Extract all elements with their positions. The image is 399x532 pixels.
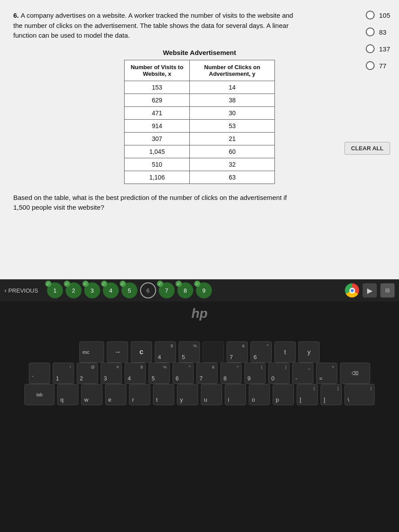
key-backspace[interactable]: ⌫ [340,363,370,384]
cell-visits: 153 [125,81,190,94]
nav-num-2[interactable]: ✓2 [66,282,82,298]
col1-header: Number of Visits to Website, x [125,60,190,81]
key-minus[interactable]: _- [292,363,313,384]
display-icon[interactable]: ⊟ [380,283,395,297]
data-table: Number of Visits to Website, x Number of… [124,60,275,184]
keyboard-row-numbers: ` !1 @2 #3 $4 %5 ^6 &7 *8 (9 )0 _- += ⌫ [9,363,390,384]
keyboard-row-qwerty: tab q w e r t y u i o p {[ }] |\ [9,384,390,405]
key-o[interactable]: o [249,384,270,405]
key-2[interactable]: @2 [77,363,98,384]
cell-visits: 1,106 [125,171,190,184]
hp-logo: hp [192,306,208,321]
key-u[interactable]: u [201,384,222,405]
key-w[interactable]: w [81,384,102,405]
key-arrow-right-special[interactable]: → [107,341,128,363]
previous-button[interactable]: ‹ PREVIOUS [4,287,38,294]
taskbar: ‹ PREVIOUS ✓1✓2✓3✓4✓56✓7✓8✓9 ▶ ⊟ [0,279,399,301]
radio-4[interactable] [366,61,375,70]
key-y[interactable]: y [177,384,198,405]
key-4[interactable]: $4 [125,363,146,384]
option-row-1[interactable]: 105 [366,11,390,20]
content-area: 6. A company advertises on a website. A … [0,0,399,222]
radio-2[interactable] [366,27,375,36]
key-y-special[interactable]: y [298,341,320,363]
key-t-special[interactable]: t [274,341,296,363]
cell-visits: 629 [125,94,190,106]
key-backslash[interactable]: |\ [344,384,375,405]
option-label-2: 83 [379,28,387,36]
key-esc[interactable]: esc [79,341,104,363]
cell-clicks: 38 [190,94,275,106]
key-percent[interactable]: % 5 [179,341,200,363]
key-p[interactable]: p [273,384,294,405]
nav-num-3[interactable]: ✓3 [84,282,100,298]
screen-area: 6. A company advertises on a website. A … [0,0,399,301]
option-row-3[interactable]: 137 [366,44,390,53]
key-dollar[interactable]: $ 4 [155,341,176,363]
nav-num-label-1: 1 [53,287,56,294]
nav-num-6[interactable]: 6 [140,282,156,298]
option-label-3: 137 [379,45,390,53]
table-row: 62938 [125,94,275,106]
cell-clicks: 60 [190,145,275,158]
cell-clicks: 53 [190,119,275,132]
key-3[interactable]: #3 [101,363,122,384]
nav-num-4[interactable]: ✓4 [103,282,119,298]
key-t[interactable]: t [153,384,174,405]
key-backtick[interactable]: ` [29,363,50,384]
key-e[interactable]: e [105,384,126,405]
key-0[interactable]: )0 [268,363,289,384]
nav-numbers: ✓1✓2✓3✓4✓56✓7✓8✓9 [47,282,212,298]
key-r[interactable]: r [129,384,150,405]
key-6[interactable]: ^ 6 [250,341,272,363]
key-tab[interactable]: tab [24,384,55,405]
chrome-icon[interactable] [345,283,359,297]
nav-num-label-2: 2 [72,287,75,294]
option-label-1: 105 [379,12,390,19]
key-i[interactable]: i [225,384,246,405]
cell-visits: 1,045 [125,145,190,158]
nav-num-1[interactable]: ✓1 [47,282,63,298]
keyboard-row-special: esc → c $ 4 % 5 & 7 ^ 6 t y [9,341,390,363]
clear-all-button[interactable]: CLEAR ALL [344,142,390,155]
nav-num-7[interactable]: ✓7 [159,282,175,298]
key-lbracket[interactable]: {[ [297,384,318,405]
key-1[interactable]: !1 [53,363,74,384]
key-blank1 [203,341,224,363]
key-ampersand[interactable]: & 7 [227,341,248,363]
key-equals[interactable]: += [316,363,337,384]
nav-num-5[interactable]: ✓5 [121,282,137,298]
radio-3[interactable] [366,44,375,53]
key-5[interactable]: %5 [149,363,170,384]
nav-num-label-4: 4 [109,287,112,294]
table-row: 51032 [125,158,275,171]
key-9[interactable]: (9 [244,363,266,384]
cell-clicks: 21 [190,132,275,145]
key-c-special[interactable]: c [131,341,152,363]
nav-num-label-8: 8 [184,287,187,294]
key-q[interactable]: q [57,384,78,405]
key-8[interactable]: *8 [220,363,242,384]
nav-num-8[interactable]: ✓8 [177,282,193,298]
camera-icon[interactable]: ▶ [363,283,377,297]
question-number: 6. [13,12,21,19]
cell-clicks: 63 [190,171,275,184]
table-row: 15314 [125,81,275,94]
key-7[interactable]: &7 [196,363,218,384]
option-row-4[interactable]: 77 [366,61,390,70]
cell-visits: 307 [125,132,190,145]
col2-header: Number of Clicks on Advertisement, y [190,60,275,81]
nav-num-9[interactable]: ✓9 [196,282,212,298]
option-row-2[interactable]: 83 [366,27,390,36]
cell-visits: 471 [125,106,190,119]
table-row: 1,10663 [125,171,275,184]
key-rbracket[interactable]: }] [321,384,342,405]
key-6b[interactable]: ^6 [172,363,194,384]
table-row: 30721 [125,132,275,145]
nav-num-label-3: 3 [90,287,94,294]
cell-clicks: 14 [190,81,275,94]
radio-1[interactable] [366,11,375,20]
nav-num-label-9: 9 [202,287,205,294]
table-row: 1,04560 [125,145,275,158]
options-panel: 105 83 137 77 [366,11,390,70]
